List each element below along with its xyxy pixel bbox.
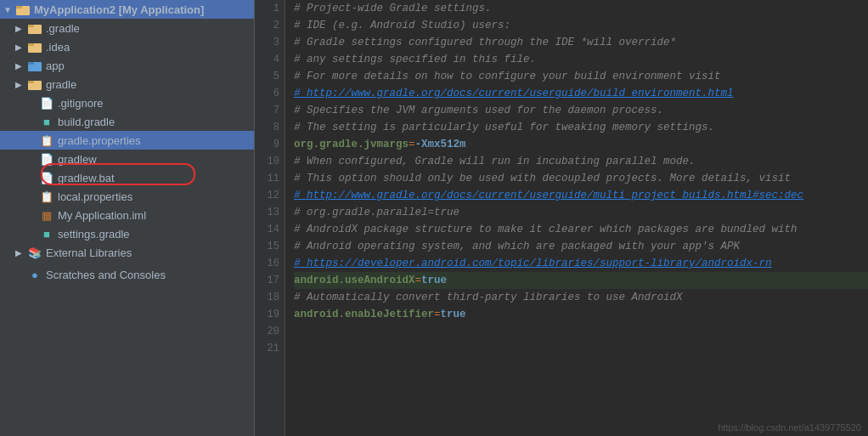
svg-rect-9	[28, 81, 34, 83]
properties-file-icon: 📋	[39, 190, 54, 203]
sidebar-label: Scratches and Consoles	[46, 269, 166, 281]
sidebar-item-my-app-iml[interactable]: ▦ My Application.iml	[0, 206, 254, 224]
iml-file-icon: ▦	[39, 208, 54, 222]
folder-icon	[15, 3, 31, 16]
sidebar-item-external-libraries[interactable]: ▶ 📚 External Libraries	[0, 243, 254, 262]
file-tree[interactable]: ▼ MyApplication2 [My Application] ▶ .gra…	[0, 0, 255, 436]
sidebar-item-idea[interactable]: ▶ .idea	[0, 37, 254, 56]
code-area[interactable]: # Project-wide Gradle settings.# IDE (e.…	[285, 0, 868, 436]
code-line: # Project-wide Gradle settings.	[294, 0, 868, 17]
line-number: 6	[255, 85, 279, 102]
file-icon: 📄	[39, 96, 54, 110]
sidebar-label: My Application.iml	[58, 209, 146, 222]
arrow-icon: ▶	[15, 24, 27, 33]
code-line: # When configured, Gradle will run in in…	[294, 153, 868, 170]
line-number: 17	[255, 272, 279, 289]
sidebar-label: gradlew	[58, 153, 97, 166]
sidebar-item-gradle[interactable]: ▶ gradle	[0, 75, 254, 93]
line-number: 7	[255, 102, 279, 119]
project-root-label: MyApplication2 [My Application]	[34, 3, 204, 16]
line-number: 5	[255, 68, 279, 85]
sidebar-item-settings-gradle[interactable]: ■ settings.gradle	[0, 224, 254, 243]
sidebar-label: local.properties	[58, 190, 132, 203]
line-number: 1	[255, 0, 279, 17]
code-line: # http://www.gradle.org/docs/current/use…	[294, 187, 868, 204]
line-number: 12	[255, 187, 279, 204]
line-number: 2	[255, 17, 279, 34]
sidebar-label: .gitignore	[58, 97, 103, 110]
sidebar-label: gradle.properties	[58, 134, 141, 147]
file-icon: 📄	[39, 152, 54, 166]
sidebar-label: app	[46, 59, 65, 72]
sidebar-item-gitignore[interactable]: 📄 .gitignore	[0, 93, 254, 112]
line-numbers: 123456789101112131415161718192021	[255, 0, 285, 436]
line-number: 21	[255, 340, 279, 357]
arrow-icon: ▶	[15, 42, 27, 52]
folder-icon	[27, 21, 42, 35]
sidebar-item-gradle-hidden[interactable]: ▶ .gradle	[0, 19, 254, 37]
sidebar-item-scratches[interactable]: ● Scratches and Consoles	[0, 265, 254, 284]
sidebar-label: .idea	[46, 41, 70, 54]
sidebar-item-gradlew[interactable]: 📄 gradlew	[0, 150, 254, 168]
code-line: # https://developer.android.com/topic/li…	[294, 255, 868, 272]
svg-rect-5	[28, 43, 34, 46]
arrow-icon: ▶	[15, 80, 27, 89]
line-number: 13	[255, 204, 279, 221]
bat-file-icon: 📄	[39, 171, 54, 184]
svg-rect-3	[28, 25, 34, 27]
gradle-file-icon: ■	[39, 115, 54, 128]
arrow-icon: ▼	[3, 5, 15, 14]
sidebar-label: gradlew.bat	[58, 172, 115, 184]
svg-rect-7	[28, 62, 34, 65]
editor-panel: 123456789101112131415161718192021 # Proj…	[255, 0, 868, 436]
line-number: 18	[255, 289, 279, 306]
code-line: # Android operating system, and which ar…	[294, 238, 868, 255]
code-line: # The setting is particularly useful for…	[294, 119, 868, 136]
line-number: 16	[255, 255, 279, 272]
folder-icon	[27, 40, 42, 54]
sidebar-item-gradlew-bat[interactable]: 📄 gradlew.bat	[0, 168, 254, 187]
folder-icon	[27, 77, 42, 91]
sidebar-item-app[interactable]: ▶ app	[0, 56, 254, 75]
line-number: 3	[255, 34, 279, 51]
code-line	[294, 323, 868, 340]
code-line	[294, 340, 868, 357]
watermark: https://blog.csdn.net/a1439775520	[718, 422, 861, 433]
code-line: # any settings specified in this file.	[294, 51, 868, 68]
line-number: 9	[255, 136, 279, 153]
folder-blue-icon	[27, 59, 42, 72]
line-number: 11	[255, 170, 279, 187]
code-line: # This option should only be used with d…	[294, 170, 868, 187]
sidebar-item-gradle-properties[interactable]: 📋 gradle.properties	[0, 131, 254, 150]
line-number: 15	[255, 238, 279, 255]
arrow-icon: ▶	[15, 61, 27, 71]
line-number: 20	[255, 323, 279, 340]
sidebar-item-local-properties[interactable]: 📋 local.properties	[0, 187, 254, 206]
code-line: # Specifies the JVM arguments used for t…	[294, 102, 868, 119]
gradle-file-icon: ■	[39, 227, 54, 241]
code-line: android.useAndroidX=true	[294, 272, 868, 289]
sidebar-label: External Libraries	[46, 246, 132, 259]
code-line: # http://www.gradle.org/docs/current/use…	[294, 85, 868, 102]
code-line: # Gradle settings configured through the…	[294, 34, 868, 51]
arrow-icon: ▶	[15, 248, 27, 258]
code-line: # IDE (e.g. Android Studio) users:	[294, 17, 868, 34]
properties-file-icon: 📋	[39, 133, 54, 147]
code-line: android.enableJetifier=true	[294, 306, 868, 323]
sidebar-item-myapplication[interactable]: ▼ MyApplication2 [My Application]	[0, 0, 254, 19]
sidebar-label: gradle	[46, 78, 76, 91]
line-number: 19	[255, 306, 279, 323]
sidebar-label: settings.gradle	[58, 228, 130, 241]
code-line: # Automatically convert third-party libr…	[294, 289, 868, 306]
code-line: org.gradle.jvmargs=-Xmx512m	[294, 136, 868, 153]
scratch-icon: ●	[27, 268, 42, 281]
sidebar-item-build-gradle[interactable]: ■ build.gradle	[0, 112, 254, 131]
library-icon: 📚	[27, 246, 42, 259]
line-number: 14	[255, 221, 279, 238]
code-line: # AndroidX package structure to make it …	[294, 221, 868, 238]
sidebar-label: .gradle	[46, 22, 80, 35]
sidebar-label: build.gradle	[58, 116, 115, 128]
code-line: # For more details on how to configure y…	[294, 68, 868, 85]
line-number: 4	[255, 51, 279, 68]
line-number: 8	[255, 119, 279, 136]
